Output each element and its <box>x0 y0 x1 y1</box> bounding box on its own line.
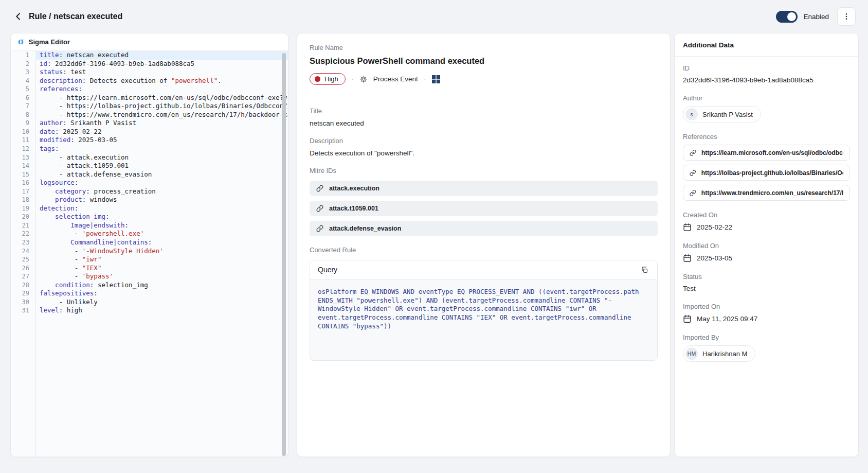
description-field: Description Detects execution of "powers… <box>310 137 658 157</box>
line-number: 15 <box>11 170 35 179</box>
code-line[interactable]: 8 - https://www.trendmicro.com/en_us/res… <box>11 111 288 119</box>
references-label: References <box>683 133 850 141</box>
title-field: Title netscan executed <box>310 107 658 127</box>
avatar: s <box>685 108 698 120</box>
calendar-icon <box>683 223 692 232</box>
additional-data-title: Additional Data <box>675 33 858 57</box>
imported-by-chip[interactable]: HM Harikrishnan M <box>683 345 755 362</box>
code-line[interactable]: 22 - 'powershell.exe' <box>11 230 288 238</box>
line-number: 30 <box>11 298 35 307</box>
line-number: 4 <box>11 77 35 85</box>
link-icon <box>316 205 323 212</box>
code-line[interactable]: 20 selection_img: <box>11 213 288 221</box>
code-line[interactable]: 17 category: process_creation <box>11 187 288 196</box>
topbar: Rule / netscan executed Enabled <box>0 0 868 33</box>
code-line[interactable]: 3status: test <box>11 68 288 77</box>
copy-query-button[interactable] <box>638 263 651 276</box>
line-number: 1 <box>11 51 35 60</box>
code-line-content: id: 2d32dd6f-3196-4093-b9eb-1ad8ab088ca5 <box>35 60 288 68</box>
severity-label: High <box>324 75 338 83</box>
query-label: Query <box>318 266 337 274</box>
code-line[interactable]: 24 - '-WindowStyle Hidden' <box>11 247 288 256</box>
code-line[interactable]: 30 - Unlikely <box>11 298 288 307</box>
code-line[interactable]: 31level: high <box>11 306 288 315</box>
code-line[interactable]: 2id: 2d32dd6f-3196-4093-b9eb-1ad8ab088ca… <box>11 60 288 68</box>
code-line-content: - attack.t1059.001 <box>35 162 288 170</box>
code-line[interactable]: 14 - attack.t1059.001 <box>11 162 288 170</box>
mitre-id-pill[interactable]: attack.defense_evasion <box>310 221 658 236</box>
rule-name-label: Rule Name <box>310 44 658 51</box>
code-line[interactable]: 18 product: windows <box>11 196 288 204</box>
code-line[interactable]: 27 - 'bypass' <box>11 272 288 281</box>
mitre-id-text: attack.execution <box>329 185 379 192</box>
code-line-content: - "iwr" <box>35 255 288 264</box>
references-field: References https://learn.microsoft.com/e… <box>683 133 850 201</box>
code-line-content: - attack.defense_evasion <box>35 170 288 179</box>
line-number: 26 <box>11 264 35 273</box>
process-event-icon <box>359 75 368 83</box>
code-line[interactable]: 11modified: 2025-03-05 <box>11 136 288 145</box>
rule-detail-panel: Rule Name Suspicious PowerShell command … <box>297 33 671 457</box>
line-number: 21 <box>11 221 35 230</box>
severity-badge: High <box>310 73 346 85</box>
code-line[interactable]: 7 - https://lolbas-project.github.io/lol… <box>11 102 288 111</box>
link-icon <box>316 185 323 192</box>
code-line[interactable]: 4description: Detects execution of "powe… <box>11 77 288 85</box>
status-field: Status Test <box>683 273 850 292</box>
author-name: Srikanth P Vasist <box>702 111 753 118</box>
avatar: HM <box>685 347 698 360</box>
code-editor[interactable]: 1title: netscan executed2id: 2d32dd6f-31… <box>11 50 288 457</box>
code-line-content: product: windows <box>35 196 288 204</box>
code-line-content: date: 2025-02-22 <box>35 128 288 136</box>
code-line[interactable]: 28 condition: selection_img <box>11 281 288 290</box>
enabled-toggle[interactable] <box>776 11 798 23</box>
imported-on-label: Imported On <box>683 303 850 310</box>
mitre-ids-label: Mitre IDs <box>310 167 658 174</box>
code-line[interactable]: 21 Image|endswith: <box>11 221 288 230</box>
line-number: 6 <box>11 94 35 102</box>
code-line-content: - "IEX" <box>35 264 288 273</box>
code-line[interactable]: 25 - "iwr" <box>11 255 288 264</box>
code-line-content: title: netscan executed <box>35 51 288 60</box>
mitre-id-text: attack.t1059.001 <box>329 205 378 212</box>
sigma-editor-header: σ Sigma Editor <box>11 33 288 50</box>
code-line[interactable]: 19detection: <box>11 204 288 213</box>
code-line[interactable]: 6 - https://learn.microsoft.com/en-us/sq… <box>11 94 288 102</box>
reference-link[interactable]: https://www.trendmicro.com/en_us/researc… <box>683 185 850 201</box>
code-line-content: author: Srikanth P Vasist <box>35 119 288 128</box>
mitre-id-pill[interactable]: attack.execution <box>310 181 658 196</box>
code-line[interactable]: 1title: netscan executed <box>11 51 288 60</box>
line-number: 19 <box>11 204 35 213</box>
back-button[interactable] <box>12 10 25 23</box>
code-line[interactable]: 23 Commandline|contains: <box>11 238 288 247</box>
code-line[interactable]: 26 - "IEX" <box>11 264 288 273</box>
line-number: 2 <box>11 60 35 68</box>
code-line[interactable]: 9author: Srikanth P Vasist <box>11 119 288 128</box>
code-line[interactable]: 10date: 2025-02-22 <box>11 128 288 136</box>
code-line[interactable]: 16logsource: <box>11 179 288 187</box>
reference-link[interactable]: https://lolbas-project.github.io/lolbas/… <box>683 165 850 181</box>
code-line[interactable]: 5references: <box>11 85 288 94</box>
code-line-content: - '-WindowStyle Hidden' <box>35 247 288 256</box>
author-chip[interactable]: s Srikanth P Vasist <box>683 106 761 122</box>
line-number: 29 <box>11 289 35 298</box>
mitre-id-pill[interactable]: attack.t1059.001 <box>310 201 658 216</box>
more-options-button[interactable] <box>837 7 856 26</box>
modified-on-value: 2025-03-05 <box>697 254 732 262</box>
code-line[interactable]: 15 - attack.defense_evasion <box>11 170 288 179</box>
line-number: 5 <box>11 85 35 94</box>
code-line-content: - https://lolbas-project.github.io/lolba… <box>35 102 288 111</box>
editor-scrollbar[interactable] <box>282 53 286 456</box>
copy-icon <box>641 266 648 274</box>
status-label: Status <box>683 273 850 281</box>
sigma-editor-panel: σ Sigma Editor 1title: netscan executed2… <box>10 33 288 457</box>
code-line-content: category: process_creation <box>35 187 288 196</box>
reference-link[interactable]: https://learn.microsoft.com/en-us/sql/od… <box>683 145 850 161</box>
code-line-content: tags: <box>35 145 288 153</box>
code-line[interactable]: 13 - attack.execution <box>11 153 288 162</box>
line-number: 10 <box>11 128 35 136</box>
code-line[interactable]: 29falsepositives: <box>11 289 288 298</box>
code-line[interactable]: 12tags: <box>11 145 288 153</box>
created-on-field: Created On 2025-02-22 <box>683 211 850 232</box>
line-number: 28 <box>11 281 35 290</box>
